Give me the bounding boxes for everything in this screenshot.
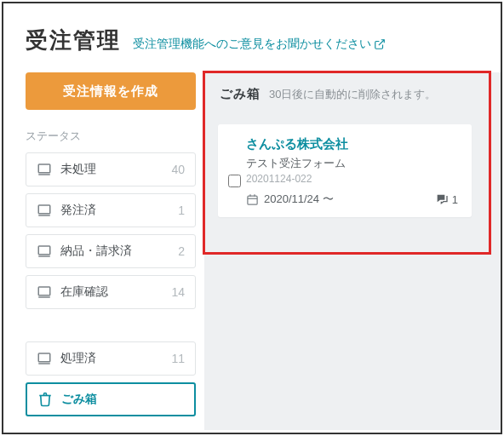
svg-rect-11 [248, 196, 257, 204]
feedback-link[interactable]: 受注管理機能へのご意見をお聞かせください [133, 37, 386, 52]
sidebar-item-trash[interactable]: ごみ箱 [26, 382, 196, 416]
sidebar-item-label: 未処理 [60, 162, 171, 177]
order-checkbox[interactable] [228, 175, 241, 187]
sidebar-item-label: 納品・請求済 [60, 244, 178, 259]
sidebar-item-count: 40 [171, 163, 185, 176]
svg-rect-1 [38, 164, 50, 173]
screen-icon [37, 244, 52, 259]
sidebar-item-processed[interactable]: 処理済 11 [26, 341, 196, 376]
svg-line-0 [379, 40, 384, 45]
sidebar: 受注情報を作成 ステータス 未処理 40 発注済 1 [3, 72, 204, 430]
sidebar-item-delivered-billed[interactable]: 納品・請求済 2 [26, 234, 196, 268]
comment-icon [435, 192, 449, 206]
order-date: 2020/11/24 〜 [246, 192, 334, 207]
order-comment-number: 1 [452, 193, 458, 206]
create-order-button[interactable]: 受注情報を作成 [26, 72, 196, 110]
trash-title: ごみ箱 [220, 86, 261, 102]
order-date-text: 2020/11/24 〜 [264, 192, 334, 207]
order-company-name[interactable]: さんぷる株式会社 [246, 136, 458, 152]
trash-auto-delete-note: 30日後に自動的に削除されます。 [269, 87, 436, 102]
feedback-link-label: 受注管理機能へのご意見をお聞かせください [133, 37, 371, 52]
order-checkbox-wrap [228, 136, 241, 207]
sidebar-item-pending[interactable]: 未処理 40 [26, 152, 196, 186]
trash-header: ごみ箱 30日後に自動的に削除されます。 [218, 86, 487, 102]
screen-icon [37, 351, 52, 366]
sidebar-item-stock-check[interactable]: 在庫確認 14 [26, 275, 196, 309]
order-card[interactable]: さんぷる株式会社 テスト受注フォーム 20201124-022 2020/11/… [218, 124, 472, 217]
screen-icon [37, 203, 52, 218]
sidebar-item-count: 2 [178, 244, 185, 258]
sidebar-item-count: 14 [171, 285, 185, 299]
sidebar-item-label: 発注済 [60, 203, 178, 218]
svg-rect-3 [38, 205, 50, 214]
order-comment-count[interactable]: 1 [435, 192, 458, 206]
status-section-label: ステータス [26, 129, 194, 144]
main-panel: ごみ箱 30日後に自動的に削除されます。 さんぷる株式会社 テスト受注フォーム … [204, 72, 501, 430]
order-id: 20201124-022 [246, 173, 458, 185]
screen-icon [37, 284, 52, 300]
page-title: 受注管理 [26, 26, 121, 55]
status-list: 未処理 40 発注済 1 納品・請求済 2 [26, 152, 194, 416]
svg-rect-9 [38, 353, 50, 362]
sidebar-item-ordered[interactable]: 発注済 1 [26, 193, 196, 227]
sidebar-item-count: 1 [178, 204, 185, 217]
order-card-body: さんぷる株式会社 テスト受注フォーム 20201124-022 2020/11/… [246, 136, 458, 207]
sidebar-item-label: 処理済 [60, 351, 171, 366]
header: 受注管理 受注管理機能へのご意見をお聞かせください [3, 3, 501, 64]
sidebar-item-count: 11 [171, 352, 185, 365]
sidebar-item-label: 在庫確認 [60, 284, 171, 300]
trash-icon [37, 392, 53, 407]
order-form-name: テスト受注フォーム [246, 156, 458, 171]
external-link-icon [374, 38, 386, 50]
sidebar-item-label: ごみ箱 [61, 392, 184, 407]
svg-rect-7 [38, 287, 50, 295]
screen-icon [37, 162, 52, 177]
calendar-icon [246, 193, 259, 206]
svg-rect-5 [38, 246, 50, 255]
